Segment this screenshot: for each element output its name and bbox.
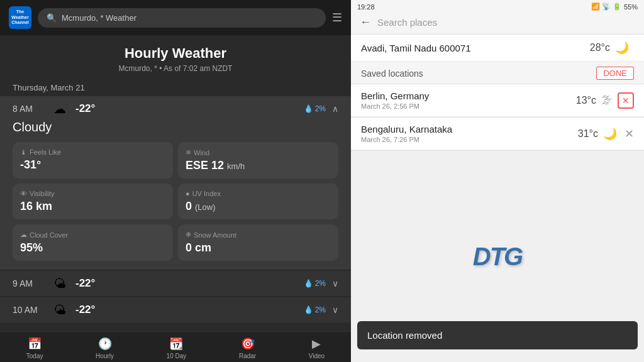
wind-value: ESE 12 km/h	[186, 159, 331, 172]
visibility-label: 👁 Visibility	[20, 190, 165, 197]
right-header: ← Search places	[351, 12, 644, 35]
chevron-down-10am: ∨	[332, 305, 338, 315]
visibility-card: 👁 Visibility 16 km	[13, 184, 173, 219]
feels-like-label: 🌡 Feels Like	[20, 148, 165, 156]
avadi-temp: 28°c	[590, 42, 610, 53]
weather-channel-logo: TheWeatherChannel	[9, 6, 31, 29]
weather-app-panel: TheWeatherChannel 🔍 Mcmurdo, * Weather ☰…	[0, 0, 351, 362]
back-button[interactable]: ←	[360, 16, 371, 29]
hamburger-menu[interactable]: ☰	[332, 11, 342, 25]
nav-video[interactable]: ▶ Video	[309, 337, 325, 359]
visibility-value: 16 km	[20, 200, 165, 213]
top-bar: TheWeatherChannel 🔍 Mcmurdo, * Weather ☰	[0, 0, 351, 35]
eye-icon: 👁	[20, 190, 27, 197]
toast-notification: Location removed	[357, 321, 638, 349]
uv-card: ● UV Index 0 (Low)	[178, 184, 338, 219]
cloud-cover-value: 95%	[20, 241, 165, 255]
nav-today-label: Today	[26, 353, 43, 359]
clock-icon: 🕐	[98, 337, 112, 351]
berlin-date: March 26, 2:56 PM	[361, 102, 576, 110]
hour-row-10am[interactable]: 10 AM 🌤 -22° 💧 2% ∨	[0, 297, 351, 322]
bengaluru-date: March 26, 7:26 PM	[361, 136, 578, 143]
chevron-up-8am: ∧	[332, 104, 338, 114]
hour-label-10am: 10 AM	[13, 305, 50, 315]
avadi-name: Avadi, Tamil Nadu 600071	[361, 43, 590, 53]
search-icon: 🔍	[47, 13, 57, 23]
nav-hourly[interactable]: 🕐 Hourly	[96, 337, 114, 359]
snow-card: ❄ Snow Amount 0 cm	[178, 224, 338, 261]
hour-label-8am: 8 AM	[13, 104, 50, 114]
calendar-icon: 📅	[28, 337, 42, 351]
bengaluru-name: Bengaluru, Karnataka	[361, 124, 578, 134]
uv-icon: ●	[186, 190, 190, 197]
snow-label: ❄ Snow Amount	[186, 231, 331, 239]
nav-radar[interactable]: 🎯 Radar	[239, 337, 256, 359]
temp-8am: -22°	[75, 102, 304, 115]
cloud-cover-card: ☁ Cloud Cover 95%	[13, 224, 173, 261]
temp-9am: -22°	[75, 277, 304, 290]
chevron-down-9am: ∨	[332, 278, 338, 288]
saved-locations-header: Saved locations DONE	[351, 62, 644, 84]
uv-label: ● UV Index	[186, 190, 331, 197]
cloud-icon-8am: ☁	[50, 102, 69, 115]
feels-like-value: -31°	[20, 158, 165, 172]
wind-icon: ≋	[186, 148, 191, 156]
condition-label: Cloudy	[13, 120, 52, 134]
radar-icon: 🎯	[241, 337, 255, 351]
snow-value: 0 cm	[186, 241, 331, 255]
avadi-weather-icon: 🌙	[615, 41, 629, 55]
bengaluru-temp: 31°c	[578, 128, 598, 140]
temp-10am: -22°	[75, 304, 304, 316]
precip-10am: 💧 2%	[304, 305, 326, 314]
location-subtitle: Mcmurdo, * • As of 7:02 am NZDT	[13, 64, 338, 73]
cloud-icon-9am: 🌤	[50, 277, 69, 290]
precip-8am: 💧 2%	[304, 104, 326, 113]
bengaluru-remove-button[interactable]: ✕	[625, 127, 634, 141]
feels-like-card: 🌡 Feels Like -31°	[13, 142, 173, 178]
hour-row-9am[interactable]: 9 AM 🌤 -22° 💧 2% ∨	[0, 271, 351, 296]
uv-value: 0 (Low)	[186, 200, 331, 213]
saved-locations-label: Saved locations	[361, 69, 423, 79]
wind-card: ≋ Wind ESE 12 km/h	[178, 142, 338, 178]
weather-header: Hourly Weather Mcmurdo, * • As of 7:02 a…	[0, 35, 351, 79]
berlin-location-card[interactable]: Berlin, Germany March 26, 2:56 PM 13°c 🌫…	[351, 84, 644, 117]
cloud-cover-label: ☁ Cloud Cover	[20, 231, 165, 239]
search-bar[interactable]: 🔍 Mcmurdo, * Weather	[38, 8, 326, 28]
berlin-name: Berlin, Germany	[361, 90, 576, 101]
avadi-location-card[interactable]: Avadi, Tamil Nadu 600071 28°c 🌙	[351, 35, 644, 62]
precip-9am: 💧 2%	[304, 279, 326, 288]
search-text: Mcmurdo, * Weather	[62, 13, 136, 23]
thermometer-icon: 🌡	[20, 148, 27, 156]
nav-10day-label: 10 Day	[167, 353, 187, 359]
saved-locations-panel: 19:28 📶 📡 🔋 55% ← Search places Avadi, T…	[351, 0, 644, 362]
search-places-input[interactable]: Search places	[377, 17, 635, 28]
status-time: 19:28	[357, 3, 375, 11]
bottom-nav: 📅 Today 🕐 Hourly 📆 10 Day 🎯 Radar ▶ Vide…	[0, 331, 351, 362]
signal-icons: 📶 📡 🔋	[591, 3, 621, 11]
berlin-weather-icon: 🌫	[601, 94, 613, 107]
cloud-icon-10am: 🌤	[50, 304, 69, 316]
video-icon: ▶	[312, 337, 321, 351]
status-bar: 19:28 📶 📡 🔋 55%	[351, 0, 644, 12]
nav-video-label: Video	[309, 353, 325, 359]
ads-logo: DTG	[460, 231, 535, 282]
page-title: Hourly Weather	[13, 45, 338, 62]
done-button[interactable]: DONE	[596, 67, 634, 80]
nav-radar-label: Radar	[239, 353, 256, 359]
detail-grid: 🌡 Feels Like -31° ≋ Wind ESE 12 km/h 👁 V…	[13, 142, 338, 261]
snow-icon: ❄	[186, 231, 191, 239]
bengaluru-weather-icon: 🌙	[603, 127, 617, 141]
berlin-remove-button[interactable]: ✕	[618, 92, 634, 109]
date-label: Thursday, March 21	[0, 79, 351, 96]
bengaluru-location-card[interactable]: Bengaluru, Karnataka March 26, 7:26 PM 3…	[351, 118, 644, 150]
hour-row-8am[interactable]: 8 AM ☁ -22° 💧 2% ∧ Cloudy 🌡 Feels Like -…	[0, 96, 351, 270]
toast-text: Location removed	[367, 330, 442, 341]
cloud-icon: ☁	[20, 231, 27, 239]
wind-label: ≋ Wind	[186, 148, 331, 156]
nav-10day[interactable]: 📆 10 Day	[167, 337, 187, 359]
nav-hourly-label: Hourly	[96, 353, 114, 359]
berlin-temp: 13°c	[576, 95, 596, 106]
hour-label-9am: 9 AM	[13, 278, 50, 288]
nav-today[interactable]: 📅 Today	[26, 337, 43, 359]
battery-level: 55%	[624, 3, 638, 11]
